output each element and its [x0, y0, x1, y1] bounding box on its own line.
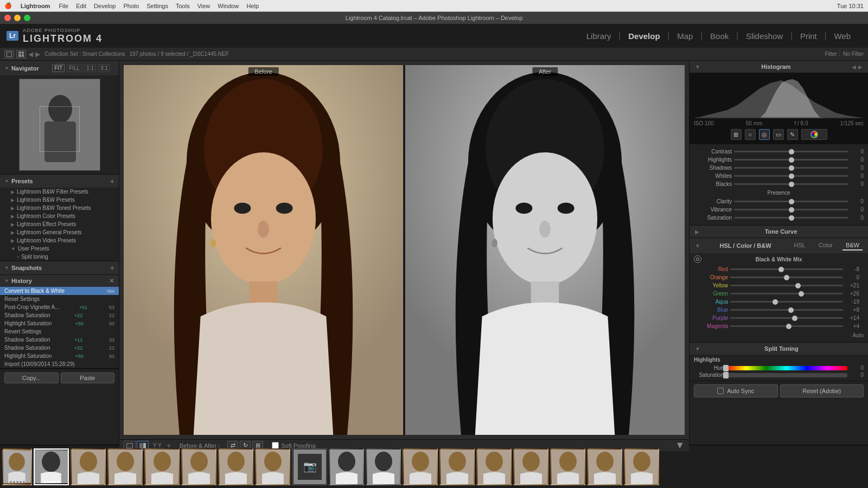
nav-develop[interactable]: Develop: [623, 29, 665, 43]
filmstrip-item-5[interactable]: [181, 448, 216, 485]
navigator-thumbnail[interactable]: [19, 79, 100, 171]
crop-tool[interactable]: ⊞: [731, 129, 742, 140]
paste-button[interactable]: Paste: [61, 373, 115, 383]
highlights-slider[interactable]: [734, 159, 848, 160]
menu-tools[interactable]: Tools: [176, 3, 190, 9]
preset-bw-toned[interactable]: ▶ Lightroom B&W Toned Presets: [0, 204, 119, 212]
bw-red-slider[interactable]: [730, 268, 843, 270]
hsl-tab-bw[interactable]: B&W: [843, 241, 863, 251]
filmstrip-item-4[interactable]: [144, 448, 180, 485]
target-adj-btn[interactable]: [694, 255, 701, 263]
histogram-header[interactable]: ▼ Histogram ◀ ▶: [690, 61, 868, 73]
snapshots-add-button[interactable]: +: [110, 264, 114, 272]
filmstrip-item-1[interactable]: [34, 448, 69, 485]
bw-magenta-slider[interactable]: [730, 325, 843, 327]
contrast-slider[interactable]: [734, 151, 848, 152]
minimize-window-button[interactable]: [14, 15, 21, 21]
adjustment-brush-tool[interactable]: ✎: [787, 129, 798, 140]
auto-sync-button[interactable]: Auto Sync: [694, 384, 778, 397]
hsl-tab-hsl[interactable]: HSL: [790, 241, 808, 251]
filmstrip-item-15[interactable]: [550, 448, 585, 485]
filmstrip-item-3[interactable]: [107, 448, 143, 485]
highlights-hue-bar[interactable]: [726, 366, 847, 370]
preset-bw[interactable]: ▶ Lightroom B&W Presets: [0, 196, 119, 204]
maximize-window-button[interactable]: [24, 15, 30, 21]
saturation-slider[interactable]: [734, 217, 848, 219]
history-item-8[interactable]: Highlight Saturation +50 50: [0, 352, 119, 360]
highlights-sat-bar[interactable]: [726, 373, 847, 377]
history-item-2[interactable]: Post-Crop Vignette A... +51 53: [0, 303, 119, 311]
nav-book[interactable]: Book: [705, 29, 734, 43]
vibrance-slider[interactable]: [734, 209, 848, 210]
menu-develop[interactable]: Develop: [94, 3, 116, 9]
bw-aqua-slider[interactable]: [730, 301, 843, 303]
snapshots-header[interactable]: ▼ Snapshots +: [0, 261, 119, 274]
history-item-0[interactable]: Convert to Black & White Yes: [0, 287, 119, 295]
hsl-header[interactable]: ▼ HSL / Color / B&W HSL Color B&W: [690, 238, 868, 253]
color-picker-tool[interactable]: [801, 129, 827, 140]
preset-split-toning[interactable]: ▪ Split toning: [0, 253, 119, 261]
grid-view-btn[interactable]: [16, 50, 26, 59]
history-item-9[interactable]: Import (10/09/2014 15:28:29): [0, 360, 119, 368]
menu-settings[interactable]: Settings: [146, 3, 168, 9]
presets-header[interactable]: ▼ Presets +: [0, 175, 119, 188]
three-to-one-btn[interactable]: 3:1: [98, 64, 110, 72]
filmstrip-item-8[interactable]: 📷: [292, 448, 327, 485]
filmstrip-item-14[interactable]: [513, 448, 548, 485]
nav-slideshow[interactable]: Slideshow: [741, 29, 788, 43]
preset-user[interactable]: ▼ User Presets: [0, 245, 119, 253]
preset-color[interactable]: ▶ Lightroom Color Presets: [0, 212, 119, 220]
close-window-button[interactable]: [4, 15, 11, 21]
history-item-4[interactable]: Highlight Saturation +50 50: [0, 319, 119, 328]
filmstrip-item-13[interactable]: [476, 448, 512, 485]
nav-prev[interactable]: ◀: [28, 50, 33, 58]
nav-print[interactable]: Print: [795, 29, 822, 43]
menu-file[interactable]: File: [59, 3, 68, 9]
filmstrip-item-9[interactable]: [329, 448, 364, 485]
preset-effect[interactable]: ▶ Lightroom Effect Presets: [0, 220, 119, 228]
history-item-1[interactable]: Reset Settings: [0, 295, 119, 303]
preset-general[interactable]: ▶ Lightroom General Presets: [0, 228, 119, 236]
bw-green-slider[interactable]: [730, 293, 843, 294]
clarity-slider[interactable]: [734, 201, 848, 202]
history-item-7[interactable]: Shadow Saturation +22 22: [0, 344, 119, 352]
fill-btn[interactable]: FILL: [67, 64, 82, 72]
bw-blue-slider[interactable]: [730, 309, 843, 311]
menu-photo[interactable]: Photo: [123, 3, 139, 9]
menu-help[interactable]: Help: [246, 3, 259, 9]
presets-add-button[interactable]: +: [110, 177, 114, 185]
highlight-clipping-icon[interactable]: ▶: [858, 64, 863, 70]
filmstrip-item-11[interactable]: [403, 448, 438, 485]
filmstrip-item-0[interactable]: [2, 448, 32, 485]
filmstrip-item-16[interactable]: [587, 448, 622, 485]
history-item-3[interactable]: Shadow Saturation +22 22: [0, 311, 119, 319]
filmstrip-item-2[interactable]: [71, 448, 106, 485]
filmstrip-item-10[interactable]: [366, 448, 401, 485]
split-toning-header[interactable]: ▼ Split Toning: [690, 343, 868, 355]
bw-yellow-slider[interactable]: [730, 285, 843, 286]
menu-window[interactable]: Window: [218, 3, 239, 9]
history-header[interactable]: ▼ History ✕: [0, 275, 119, 287]
single-view-btn[interactable]: [4, 50, 14, 59]
filmstrip-item-12[interactable]: [439, 448, 475, 485]
hsl-tab-color[interactable]: Color: [815, 241, 836, 251]
nav-web[interactable]: Web: [828, 29, 856, 43]
blacks-slider[interactable]: [734, 183, 848, 185]
history-item-5[interactable]: Revert Settings: [0, 328, 119, 336]
preset-bw-filter[interactable]: ▶ Lightroom B&W Filter Presets: [0, 188, 119, 196]
fit-btn[interactable]: FIT: [52, 64, 65, 72]
shadow-clipping-icon[interactable]: ◀: [852, 64, 856, 70]
whites-slider[interactable]: [734, 175, 848, 177]
nav-next[interactable]: ▶: [35, 50, 40, 58]
bw-orange-slider[interactable]: [730, 277, 843, 278]
menu-edit[interactable]: Edit: [76, 3, 86, 9]
shadows-slider[interactable]: [734, 167, 848, 169]
reset-adobe-button[interactable]: Reset (Adobe): [780, 384, 864, 397]
history-close-button[interactable]: ✕: [109, 277, 114, 285]
bw-purple-slider[interactable]: [730, 317, 843, 319]
graduated-filter-tool[interactable]: ▭: [773, 129, 784, 140]
spot-removal-tool[interactable]: ○: [745, 129, 756, 140]
expand-chevron[interactable]: ▼: [675, 440, 685, 451]
apple-menu[interactable]: 🍎: [4, 2, 12, 9]
navigator-header[interactable]: ▼ Navigator FIT FILL 1:1 3:1: [0, 61, 119, 75]
